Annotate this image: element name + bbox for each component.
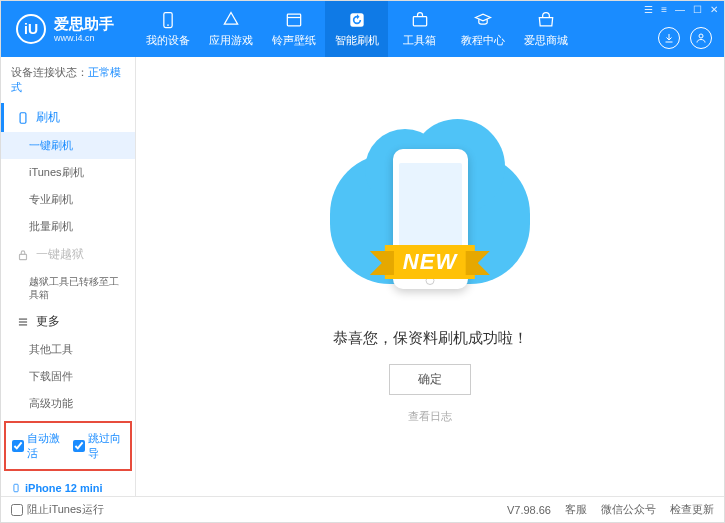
auto-activate-checkbox[interactable]: 自动激活 bbox=[12, 431, 63, 461]
nav-flash[interactable]: 智能刷机 bbox=[325, 1, 388, 57]
minimize-icon[interactable]: — bbox=[675, 4, 685, 15]
nav-label: 应用游戏 bbox=[209, 33, 253, 48]
main-content: NEW 恭喜您，保资料刷机成功啦！ 确定 查看日志 bbox=[136, 57, 724, 496]
section-flash[interactable]: 刷机 bbox=[1, 103, 135, 132]
nav-store[interactable]: 爱思商城 bbox=[514, 1, 577, 57]
nav-label: 工具箱 bbox=[403, 33, 436, 48]
graduation-icon bbox=[473, 10, 493, 30]
download-button[interactable] bbox=[658, 27, 680, 49]
refresh-icon bbox=[347, 10, 367, 30]
conn-label: 设备连接状态： bbox=[11, 66, 88, 78]
window-controls: ☰ ≡ — ☐ ✕ bbox=[644, 4, 718, 15]
logo-icon: iU bbox=[16, 14, 46, 44]
app-name: 爱思助手 bbox=[54, 15, 114, 34]
check-update-link[interactable]: 检查更新 bbox=[670, 502, 714, 517]
nav-tutorials[interactable]: 教程中心 bbox=[451, 1, 514, 57]
nav-my-device[interactable]: 我的设备 bbox=[136, 1, 199, 57]
success-illustration: NEW bbox=[330, 129, 530, 309]
sidebar-item-firmware[interactable]: 下载固件 bbox=[1, 363, 135, 390]
nav-label: 铃声壁纸 bbox=[272, 33, 316, 48]
store-icon bbox=[536, 10, 556, 30]
checkbox-label: 自动激活 bbox=[27, 431, 63, 461]
version-label: V7.98.66 bbox=[507, 504, 551, 516]
checkbox-label: 阻止iTunes运行 bbox=[27, 502, 104, 517]
sidebar-item-oneclick[interactable]: 一键刷机 bbox=[1, 132, 135, 159]
nav-label: 我的设备 bbox=[146, 33, 190, 48]
svg-rect-4 bbox=[413, 17, 426, 26]
service-link[interactable]: 客服 bbox=[565, 502, 587, 517]
close-icon[interactable]: ✕ bbox=[710, 4, 718, 15]
download-icon bbox=[663, 32, 675, 44]
nav-label: 教程中心 bbox=[461, 33, 505, 48]
nav-toolbox[interactable]: 工具箱 bbox=[388, 1, 451, 57]
user-button[interactable] bbox=[690, 27, 712, 49]
phone-icon bbox=[11, 481, 21, 495]
sidebar-item-pro[interactable]: 专业刷机 bbox=[1, 186, 135, 213]
user-icon bbox=[695, 32, 707, 44]
phone-icon bbox=[16, 111, 30, 125]
ok-button[interactable]: 确定 bbox=[389, 364, 471, 395]
nav-apps[interactable]: 应用游戏 bbox=[199, 1, 262, 57]
skip-wizard-checkbox[interactable]: 跳过向导 bbox=[73, 431, 124, 461]
nav-ringtones[interactable]: 铃声壁纸 bbox=[262, 1, 325, 57]
jailbreak-note: 越狱工具已转移至工具箱 bbox=[1, 269, 135, 307]
nav-label: 智能刷机 bbox=[335, 33, 379, 48]
maximize-icon[interactable]: ☐ bbox=[693, 4, 702, 15]
section-jailbreak[interactable]: 一键越狱 bbox=[1, 240, 135, 269]
app-url: www.i4.cn bbox=[54, 33, 114, 43]
menu-icon[interactable]: ☰ bbox=[644, 4, 653, 15]
menu-icon bbox=[16, 315, 30, 329]
device-name: iPhone 12 mini bbox=[11, 481, 125, 495]
main-nav: 我的设备 应用游戏 铃声壁纸 智能刷机 工具箱 教程中心 bbox=[136, 1, 577, 57]
phone-icon bbox=[158, 10, 178, 30]
svg-rect-7 bbox=[20, 254, 27, 259]
svg-rect-2 bbox=[287, 14, 300, 26]
svg-rect-6 bbox=[20, 112, 26, 123]
toolbox-icon bbox=[410, 10, 430, 30]
pin-icon[interactable]: ≡ bbox=[661, 4, 667, 15]
sidebar: 设备连接状态：正常模式 刷机 一键刷机 iTunes刷机 专业刷机 批量刷机 一… bbox=[1, 57, 136, 496]
wechat-link[interactable]: 微信公众号 bbox=[601, 502, 656, 517]
new-ribbon: NEW bbox=[385, 245, 475, 279]
connection-status: 设备连接状态：正常模式 bbox=[1, 57, 135, 103]
footer: 阻止iTunes运行 V7.98.66 客服 微信公众号 检查更新 bbox=[1, 496, 724, 522]
svg-rect-11 bbox=[14, 484, 18, 492]
app-header: iU 爱思助手 www.i4.cn 我的设备 应用游戏 铃声壁纸 智能刷机 bbox=[1, 1, 724, 57]
sidebar-item-itunes[interactable]: iTunes刷机 bbox=[1, 159, 135, 186]
success-message: 恭喜您，保资料刷机成功啦！ bbox=[333, 329, 528, 348]
sidebar-item-other[interactable]: 其他工具 bbox=[1, 336, 135, 363]
view-log-link[interactable]: 查看日志 bbox=[408, 409, 452, 424]
nav-label: 爱思商城 bbox=[524, 33, 568, 48]
section-label: 一键越狱 bbox=[36, 246, 84, 263]
section-label: 更多 bbox=[36, 313, 60, 330]
device-block[interactable]: iPhone 12 mini 64GB Down-12mini-13,1 bbox=[1, 475, 135, 496]
apps-icon bbox=[221, 10, 241, 30]
section-label: 刷机 bbox=[36, 109, 60, 126]
wallpaper-icon bbox=[284, 10, 304, 30]
svg-point-5 bbox=[699, 34, 703, 38]
block-itunes-checkbox[interactable]: 阻止iTunes运行 bbox=[11, 502, 104, 517]
options-row: 自动激活 跳过向导 bbox=[4, 421, 132, 471]
checkbox-label: 跳过向导 bbox=[88, 431, 124, 461]
lock-icon bbox=[16, 248, 30, 262]
sidebar-item-batch[interactable]: 批量刷机 bbox=[1, 213, 135, 240]
sidebar-item-advanced[interactable]: 高级功能 bbox=[1, 390, 135, 417]
section-more[interactable]: 更多 bbox=[1, 307, 135, 336]
logo-area: iU 爱思助手 www.i4.cn bbox=[1, 14, 136, 44]
